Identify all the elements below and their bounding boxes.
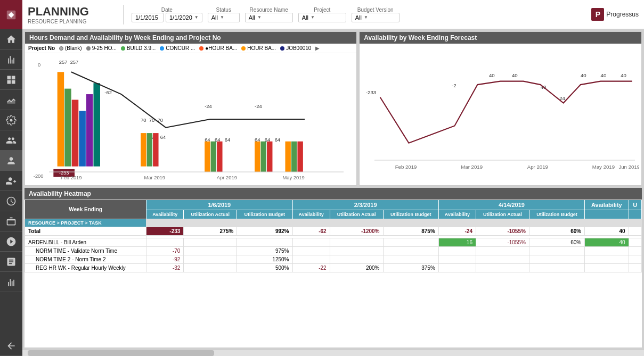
group-icon[interactable]	[0, 231, 22, 252]
svg-rect-35	[255, 142, 260, 172]
content-area: Hours Demand and Availability by Week En…	[22, 29, 644, 350]
person-active-icon[interactable]	[0, 151, 22, 171]
date-from-input[interactable]: 1/1/2015	[132, 13, 164, 22]
svg-text:Feb 2019: Feb 2019	[395, 164, 417, 170]
budget-dropdown[interactable]: All ▼	[352, 13, 400, 22]
last-avail-header: Availability	[585, 200, 629, 210]
svg-text:-2: -2	[452, 82, 456, 88]
total-row: Total -233 275% 992% -62 -1200% 875% -24…	[25, 227, 642, 236]
norm-time-row: NORM TIME - Validate Norm Time -70 975%	[25, 247, 642, 255]
svg-text:64: 64	[225, 137, 230, 143]
heatmap-title: Availability Heatmap	[25, 188, 642, 200]
svg-rect-22	[64, 89, 71, 167]
header: PLANNING RESOURCE PLANNING Date 1/1/2015…	[22, 0, 644, 29]
svg-text:Apr 2019: Apr 2019	[527, 164, 548, 170]
status-value: All	[211, 14, 218, 21]
svg-rect-40	[297, 142, 303, 172]
reg-d2-avail: -22	[292, 264, 330, 272]
right-chart-title: Availability by Week Ending Forecast	[360, 32, 641, 44]
resource-dropdown[interactable]: All ▼	[245, 13, 293, 22]
total-d2-avail: -62	[292, 227, 330, 236]
date-arrow: ▼	[194, 15, 199, 20]
svg-text:-200: -200	[34, 173, 44, 179]
back-icon[interactable]	[0, 336, 22, 356]
total-d3-avail: -24	[438, 227, 476, 236]
people-icon[interactable]	[0, 130, 22, 151]
norm2-d1-util-act	[184, 255, 237, 264]
line-chart-icon[interactable]	[0, 90, 22, 110]
resource-arrow: ▼	[257, 15, 262, 20]
total-d1-avail: -233	[146, 227, 184, 236]
svg-text:64: 64	[160, 134, 166, 140]
svg-text:257: 257	[70, 59, 79, 65]
status-label: Status	[216, 7, 231, 13]
col-avail-3: Availability	[438, 210, 476, 219]
date-to-value: 1/1/2020	[169, 14, 192, 21]
svg-rect-36	[261, 142, 266, 172]
total-d3-util-act: -1055%	[476, 227, 529, 236]
date1-header: 1/6/2019	[146, 200, 292, 210]
svg-text:Feb 2019: Feb 2019	[61, 175, 82, 180]
date-filter: Date 1/1/2015 1/1/2020 ▼	[132, 7, 202, 22]
legend-job: JOB00010	[280, 45, 311, 51]
legend-blank: (Blank)	[59, 45, 82, 51]
person-settings-icon[interactable]	[0, 171, 22, 191]
legend-next-arrow[interactable]: ▶	[315, 45, 320, 51]
date-to-input[interactable]: 1/1/2020 ▼	[166, 13, 202, 22]
svg-text:May 2019: May 2019	[592, 164, 615, 170]
grid-icon[interactable]	[0, 70, 22, 90]
norm2-d3-avail	[438, 255, 476, 264]
norm2-d2-avail	[292, 255, 330, 264]
total-label: Total	[25, 227, 146, 236]
heatmap-panel: Availability Heatmap Week Ending 1/6/201…	[25, 188, 642, 347]
svg-text:40: 40	[601, 72, 607, 78]
col-util-act-2: Utilization Actual	[330, 210, 383, 219]
project-filter: Project All ▼	[298, 7, 346, 22]
package-icon[interactable]	[0, 211, 22, 231]
settings-icon[interactable]	[0, 110, 22, 130]
arden-last-avail: 40	[585, 238, 629, 247]
legend-build: BUILD 3.9...	[121, 45, 156, 51]
resource-project-task-label: RESOURCE > PROJECT > TASK	[25, 219, 146, 227]
status-arrow: ▼	[220, 15, 224, 20]
status-dropdown[interactable]: All ▼	[208, 13, 240, 22]
legend-concur: CONCUR ...	[160, 45, 195, 51]
planning-title: PLANNING	[28, 5, 115, 19]
reg-d3-avail	[438, 264, 476, 272]
right-chart-panel: Availability by Week Ending Forecast -23…	[359, 31, 642, 186]
app-title: PLANNING RESOURCE PLANNING	[28, 5, 124, 24]
clock-icon[interactable]	[0, 191, 22, 211]
svg-text:0: 0	[38, 62, 40, 68]
svg-text:-62: -62	[104, 89, 112, 95]
col-util-act-1: Utilization Actual	[184, 210, 237, 219]
svg-rect-32	[205, 142, 210, 172]
svg-rect-29	[141, 133, 146, 167]
reg-d1-util-act	[184, 264, 237, 272]
svg-text:May 2019: May 2019	[283, 175, 305, 180]
norm-time-label: NORM TIME - Validate Norm Time	[25, 247, 146, 255]
norm-time-2-label: NORM TIME 2 - Norm Time 2	[25, 255, 146, 264]
reg-hr-label: REG HR WK - Regular Hourly Weekly	[25, 264, 146, 272]
reg-d2-util-bud: 375%	[383, 264, 438, 272]
sidebar	[0, 0, 22, 356]
left-chart-svg: 0 -200 257 257 -62 70 70 70 -24 -24 64 6…	[27, 55, 354, 183]
progressus-text: Progressus	[606, 11, 639, 18]
bar-chart-2-icon[interactable]	[0, 272, 22, 292]
svg-text:40: 40	[512, 72, 518, 78]
task-icon[interactable]	[0, 252, 22, 272]
svg-rect-30	[147, 133, 152, 167]
chart-bar-icon[interactable]	[0, 49, 22, 70]
project-dropdown[interactable]: All ▼	[298, 13, 346, 22]
left-chart-body: 0 -200 257 257 -62 70 70 70 -24 -24 64 6…	[25, 53, 356, 185]
horizontal-scrollbar[interactable]	[22, 350, 644, 356]
svg-text:40: 40	[581, 72, 586, 78]
svg-rect-34	[217, 142, 222, 172]
svg-rect-23	[72, 100, 79, 166]
norm-d3-util-bud	[529, 247, 584, 255]
svg-text:40: 40	[489, 72, 495, 78]
home-icon[interactable]	[0, 29, 22, 49]
arden-d1-avail	[146, 238, 184, 247]
col-util-bud-1: Utilization Budget	[237, 210, 292, 219]
norm-more	[629, 247, 641, 255]
reg-hr-wk-row: REG HR WK - Regular Hourly Weekly -32 50…	[25, 264, 642, 272]
